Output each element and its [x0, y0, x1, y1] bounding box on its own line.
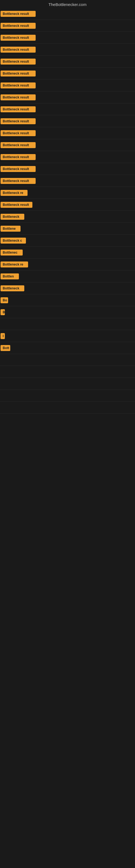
- list-item: Bottleneck result: [0, 103, 135, 115]
- list-item: [0, 354, 135, 366]
- bottleneck-badge[interactable]: Bottleneck result: [1, 142, 36, 148]
- bottleneck-badge[interactable]: Bottleneck c: [1, 238, 26, 244]
- list-item: [0, 402, 135, 414]
- list-item: Bottleneck result: [0, 139, 135, 151]
- list-item: Bottleneck re: [0, 187, 135, 199]
- bottleneck-badge[interactable]: Bottleneck result: [1, 94, 36, 100]
- bottleneck-badge[interactable]: Bottleneck re: [1, 261, 28, 268]
- bottleneck-badge[interactable]: Bottlenec: [1, 250, 23, 255]
- bottleneck-badge[interactable]: Bottleneck: [1, 285, 24, 291]
- bottleneck-badge[interactable]: Bottleneck result: [1, 46, 36, 53]
- list-item: Bottleneck result: [0, 127, 135, 139]
- list-item: Bottleneck result: [0, 67, 135, 80]
- list-item: Bottleneck result: [0, 44, 135, 56]
- bottleneck-badge[interactable]: Bottleneck result: [1, 106, 36, 112]
- list-item: Bottleneck result: [0, 175, 135, 187]
- list-item: [0, 318, 135, 330]
- list-item: Bottleneck re: [0, 258, 135, 271]
- bottleneck-badge[interactable]: Bottleneck result: [1, 154, 36, 160]
- list-item: Bott: [0, 342, 135, 354]
- bottleneck-badge[interactable]: Bottleneck result: [1, 118, 36, 124]
- bottleneck-badge[interactable]: Bottleneck result: [1, 59, 36, 65]
- bottleneck-badge[interactable]: Bottlen: [1, 273, 19, 279]
- list-item: Bottlene: [0, 223, 135, 235]
- list-item: Bottleneck result: [0, 20, 135, 32]
- list-item: Bottleneck result: [0, 56, 135, 67]
- page-wrapper: TheBottlenecker.com Bottleneck resultBot…: [0, 0, 135, 414]
- list-item: B: [0, 306, 135, 318]
- list-item: Bottlen: [0, 271, 135, 282]
- bottleneck-badge[interactable]: Bottleneck result: [1, 166, 36, 172]
- list-item: Bottleneck: [0, 211, 135, 223]
- site-header: TheBottlenecker.com: [0, 0, 135, 8]
- bottleneck-badge[interactable]: I: [1, 333, 5, 339]
- list-item: Bottleneck: [0, 282, 135, 294]
- list-item: Bottleneck result: [0, 91, 135, 103]
- list-item: I: [0, 330, 135, 342]
- bottleneck-badge[interactable]: Bottleneck result: [1, 178, 36, 184]
- list-item: Bottleneck result: [0, 32, 135, 44]
- list-item: Bottleneck c: [0, 235, 135, 247]
- list-item: Bottleneck result: [0, 163, 135, 175]
- bottleneck-badge[interactable]: Bottleneck result: [1, 202, 32, 208]
- bottleneck-badge[interactable]: Bottleneck result: [1, 130, 36, 136]
- items-list: Bottleneck resultBottleneck resultBottle…: [0, 8, 135, 414]
- list-item: Bottleneck result: [0, 151, 135, 163]
- list-item: Bottleneck result: [0, 8, 135, 20]
- site-title: TheBottlenecker.com: [49, 2, 87, 7]
- list-item: Bottleneck result: [0, 199, 135, 211]
- list-item: [0, 378, 135, 390]
- bottleneck-badge[interactable]: Bottleneck result: [1, 35, 36, 41]
- bottleneck-badge[interactable]: Bottleneck result: [1, 70, 36, 76]
- bottleneck-badge[interactable]: Bottleneck: [1, 214, 24, 220]
- bottleneck-badge[interactable]: Bottleneck result: [1, 83, 36, 88]
- list-item: [0, 366, 135, 378]
- bottleneck-badge[interactable]: Bottlene: [1, 226, 20, 231]
- list-item: [0, 390, 135, 402]
- bottleneck-badge[interactable]: B: [1, 309, 5, 315]
- list-item: Bottleneck result: [0, 80, 135, 91]
- bottleneck-badge[interactable]: Bott: [1, 345, 10, 351]
- bottleneck-badge[interactable]: Bo: [1, 297, 8, 303]
- bottleneck-badge[interactable]: Bottleneck result: [1, 11, 36, 17]
- bottleneck-badge[interactable]: Bottleneck re: [1, 190, 28, 196]
- bottleneck-badge[interactable]: Bottleneck result: [1, 23, 36, 29]
- list-item: Bo: [0, 294, 135, 306]
- list-item: Bottlenec: [0, 247, 135, 258]
- list-item: Bottleneck result: [0, 115, 135, 127]
